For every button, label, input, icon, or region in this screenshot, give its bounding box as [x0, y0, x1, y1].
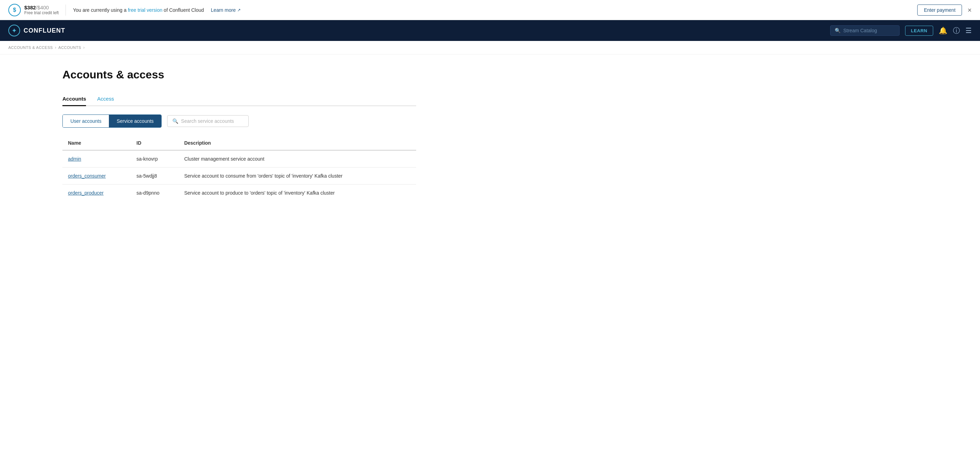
account-type-toggle: User accounts Service accounts	[62, 115, 162, 128]
external-link-icon: ↗	[237, 8, 241, 13]
trial-banner-left: $ $382/$400 Free trial credit left You a…	[8, 4, 241, 16]
learn-button[interactable]: LEARN	[905, 25, 933, 36]
cell-description-0: Cluster management service account	[178, 150, 416, 167]
cell-name-1: orders_consumer	[62, 167, 131, 185]
breadcrumb-separator-2: ›	[83, 45, 84, 50]
cell-id-0: sa-knovrp	[131, 150, 179, 167]
table-row: orders_producer sa-d9pnno Service accoun…	[62, 185, 416, 202]
tab-accounts[interactable]: Accounts	[62, 92, 86, 106]
cell-description-1: Service account to consume from 'orders'…	[178, 167, 416, 185]
credit-label: Free trial credit left	[24, 10, 59, 15]
trial-banner: $ $382/$400 Free trial credit left You a…	[0, 0, 980, 20]
close-banner-button[interactable]: ×	[967, 6, 972, 14]
col-name: Name	[62, 136, 131, 150]
help-button[interactable]: ⓘ	[953, 26, 960, 35]
enter-payment-button[interactable]: Enter payment	[917, 5, 962, 16]
cell-id-2: sa-d9pnno	[131, 185, 179, 202]
breadcrumb-accounts-access[interactable]: ACCOUNTS & ACCESS	[8, 45, 53, 49]
account-link-0[interactable]: admin	[68, 156, 81, 162]
learn-more-label: Learn more	[211, 7, 236, 13]
table-row: orders_consumer sa-5wdjj8 Service accoun…	[62, 167, 416, 185]
stream-catalog-input[interactable]	[843, 28, 892, 33]
search-input[interactable]	[181, 118, 243, 124]
bell-icon: 🔔	[939, 26, 947, 35]
breadcrumb-separator-1: ›	[55, 45, 56, 50]
service-accounts-button[interactable]: Service accounts	[109, 115, 161, 127]
tab-access[interactable]: Access	[97, 92, 114, 106]
main-tabs: Accounts Access	[62, 92, 416, 106]
learn-more-link[interactable]: Learn more ↗	[211, 7, 241, 13]
breadcrumb-accounts[interactable]: ACCOUNTS	[58, 45, 81, 49]
service-accounts-search[interactable]: 🔍	[167, 115, 249, 127]
cell-name-2: orders_producer	[62, 185, 131, 202]
account-link-2[interactable]: orders_producer	[68, 190, 104, 196]
search-icon: 🔍	[172, 118, 178, 124]
trial-prefix: You are currently using a	[73, 7, 127, 13]
cell-description-2: Service account to produce to 'orders' t…	[178, 185, 416, 202]
help-icon: ⓘ	[953, 26, 960, 35]
top-nav: ✦ CONFLUENT 🔍 LEARN 🔔 ⓘ ☰	[0, 20, 980, 41]
credit-info: $ $382/$400 Free trial credit left	[8, 4, 59, 16]
notifications-button[interactable]: 🔔	[939, 26, 947, 35]
col-description: Description	[178, 136, 416, 150]
main-content: Accounts & access Accounts Access User a…	[0, 54, 485, 215]
search-icon: 🔍	[835, 28, 841, 33]
col-id: ID	[131, 136, 179, 150]
user-accounts-button[interactable]: User accounts	[63, 115, 109, 127]
free-trial-link[interactable]: free trial version	[128, 7, 163, 13]
stream-catalog-search[interactable]: 🔍	[830, 25, 900, 36]
hamburger-icon: ☰	[966, 26, 972, 35]
menu-button[interactable]: ☰	[966, 26, 972, 35]
credit-details: $382/$400 Free trial credit left	[24, 5, 59, 15]
trial-suffix: of Confluent Cloud	[162, 7, 204, 13]
logo-text: CONFLUENT	[24, 27, 65, 34]
credit-amount: $382/$400	[24, 5, 59, 10]
cell-name-0: admin	[62, 150, 131, 167]
table-row: admin sa-knovrp Cluster management servi…	[62, 150, 416, 167]
breadcrumb: ACCOUNTS & ACCESS › ACCOUNTS ›	[0, 41, 980, 54]
confluent-logo-icon: ✦	[8, 25, 20, 37]
accounts-table: Name ID Description admin sa-knovrp Clus…	[62, 136, 416, 201]
cell-id-1: sa-5wdjj8	[131, 167, 179, 185]
table-header-row: Name ID Description	[62, 136, 416, 150]
divider	[65, 5, 66, 16]
dollar-icon: $	[8, 4, 21, 16]
trial-banner-right: Enter payment ×	[917, 5, 972, 16]
nav-right: 🔍 LEARN 🔔 ⓘ ☰	[830, 25, 972, 36]
trial-message: You are currently using a free trial ver…	[73, 7, 204, 13]
logo: ✦ CONFLUENT	[8, 25, 65, 37]
page-title: Accounts & access	[62, 68, 416, 81]
account-link-1[interactable]: orders_consumer	[68, 173, 106, 179]
accounts-controls: User accounts Service accounts 🔍	[62, 115, 416, 128]
